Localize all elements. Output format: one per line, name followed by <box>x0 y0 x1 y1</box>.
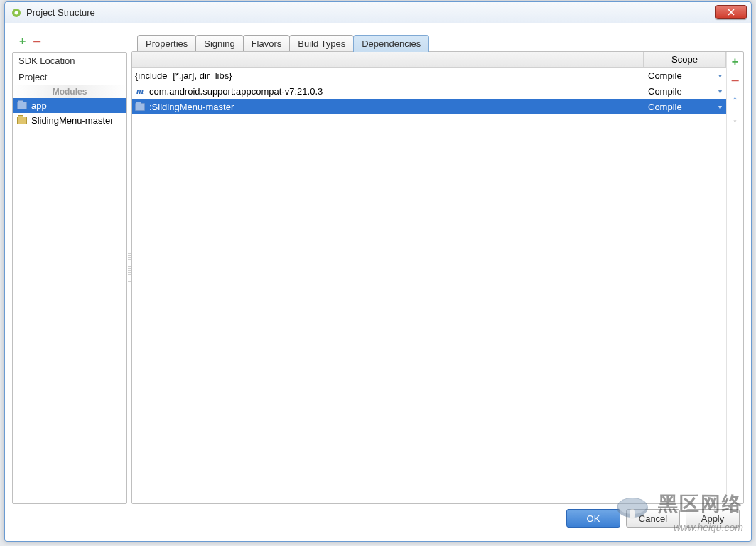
close-icon <box>728 9 735 16</box>
column-scope[interactable]: Scope <box>644 52 726 67</box>
cancel-button[interactable]: Cancel <box>626 509 680 528</box>
tabstrip: Properties Signing Flavors Build Types D… <box>131 31 744 52</box>
apply-button[interactable]: Apply <box>686 509 740 528</box>
dependencies-table: Scope {include=[*.jar], dir=libs} Compil… <box>132 52 726 503</box>
module-label: app <box>31 100 47 111</box>
scope-value: Compile <box>648 102 682 112</box>
titlebar[interactable]: Project Structure <box>5 2 751 23</box>
modules-header: Modules <box>13 85 126 98</box>
move-up-button[interactable]: ↑ <box>728 92 742 106</box>
add-dependency-button[interactable]: + <box>728 55 742 69</box>
remove-dependency-button[interactable]: − <box>728 73 742 87</box>
sidebar-item-project[interactable]: Project <box>13 69 126 85</box>
maven-icon: m <box>135 85 145 97</box>
app-icon <box>11 7 22 18</box>
dependency-name: {include=[*.jar], dir=libs} <box>135 70 232 81</box>
chevron-down-icon: ▾ <box>718 72 722 80</box>
module-item-slidingmenu[interactable]: SlidingMenu-master <box>13 113 126 128</box>
dependencies-toolbar: + − ↑ ↓ <box>726 52 743 503</box>
table-header: Scope <box>132 52 726 68</box>
dependency-name: com.android.support:appcompat-v7:21.0.3 <box>149 86 323 97</box>
dialog-footer: OK Cancel Apply <box>12 504 744 532</box>
chevron-down-icon: ▾ <box>718 103 722 111</box>
table-row[interactable]: {include=[*.jar], dir=libs} Compile ▾ <box>132 68 726 83</box>
add-module-button[interactable]: + <box>19 35 26 48</box>
table-row[interactable]: :SlidingMenu-master Compile ▾ <box>132 99 726 114</box>
sidebar-item-sdk-location[interactable]: SDK Location <box>13 53 126 69</box>
move-down-button[interactable]: ↓ <box>728 110 742 124</box>
tab-properties[interactable]: Properties <box>137 35 196 52</box>
window-title: Project Structure <box>26 7 95 18</box>
scope-dropdown[interactable]: Compile ▾ <box>644 86 726 97</box>
tab-flavors[interactable]: Flavors <box>243 35 291 52</box>
folder-icon <box>135 103 145 111</box>
scope-dropdown[interactable]: Compile ▾ <box>644 70 726 81</box>
scope-value: Compile <box>648 70 682 81</box>
tab-build-types[interactable]: Build Types <box>289 35 354 52</box>
sidebar: + − SDK Location Project Modules app Sli… <box>12 31 127 504</box>
column-dependency[interactable] <box>132 52 644 67</box>
tab-signing[interactable]: Signing <box>195 35 243 52</box>
sidebar-toolbar: + − <box>12 31 127 52</box>
dependency-name: :SlidingMenu-master <box>149 102 234 112</box>
svg-point-1 <box>15 11 18 14</box>
table-row[interactable]: m com.android.support:appcompat-v7:21.0.… <box>132 83 726 99</box>
ok-button[interactable]: OK <box>566 509 620 528</box>
tab-dependencies[interactable]: Dependencies <box>353 35 429 52</box>
project-structure-window: Project Structure + − SDK Location Proje… <box>4 1 752 542</box>
scope-value: Compile <box>648 86 682 97</box>
main-pane: Properties Signing Flavors Build Types D… <box>131 31 744 504</box>
module-item-app[interactable]: app <box>13 98 126 113</box>
dependencies-panel: Scope {include=[*.jar], dir=libs} Compil… <box>131 51 744 504</box>
folder-icon <box>17 102 27 109</box>
module-label: SlidingMenu-master <box>31 115 114 126</box>
sidebar-list: SDK Location Project Modules app Sliding… <box>12 52 127 504</box>
folder-icon <box>17 117 27 124</box>
close-button[interactable] <box>716 5 747 19</box>
chevron-down-icon: ▾ <box>718 87 722 95</box>
scope-dropdown[interactable]: Compile ▾ <box>644 102 726 112</box>
